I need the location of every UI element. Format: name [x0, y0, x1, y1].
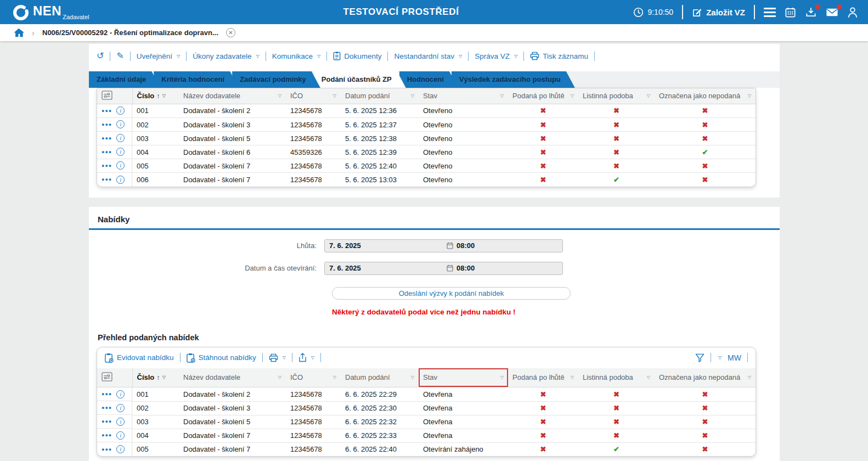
tab-zadavaci-podminky[interactable]: Zadávací podmínky: [232, 71, 320, 88]
menu-uverejneni[interactable]: Uveřejnění▽: [137, 52, 180, 60]
info-icon[interactable]: i: [116, 445, 125, 453]
filter-caret-icon[interactable]: ▽: [571, 93, 574, 98]
col-header-po-lhute[interactable]: Podaná po lhůtě▽: [508, 368, 578, 387]
info-icon[interactable]: i: [116, 148, 125, 156]
col-header-ico[interactable]: IČO▽: [286, 88, 341, 104]
table-row[interactable]: ●●●i005Dodavatel - školení 7123456785. 6…: [97, 159, 756, 173]
create-vz-button[interactable]: Založit VZ: [692, 7, 745, 18]
close-icon[interactable]: ✕: [226, 28, 235, 37]
tab-podani-ucastniku-zp[interactable]: Podání účastníků ZP: [314, 71, 406, 88]
history-icon[interactable]: ↺: [97, 52, 104, 60]
opening-field[interactable]: 7. 6. 2025 08:00: [324, 262, 563, 275]
user-icon[interactable]: [847, 7, 858, 18]
home-icon[interactable]: [13, 27, 24, 38]
filter-caret-icon[interactable]: ▽: [411, 93, 414, 98]
edit-icon[interactable]: ✎: [116, 52, 123, 60]
menu-nestandardni-stav[interactable]: Nestandardní stav▽: [394, 52, 462, 60]
col-header-nazev[interactable]: Název dodavatele▽: [179, 88, 286, 104]
table-row[interactable]: ●●●i003Dodavatel - školení 5123456786. 6…: [97, 415, 756, 429]
info-icon[interactable]: i: [116, 176, 125, 184]
tab-kriteria-hodnoceni[interactable]: Kritéria hodnocení: [154, 71, 239, 88]
filter-caret-icon[interactable]: ▽: [333, 93, 336, 98]
column-settings-header[interactable]: [97, 368, 132, 387]
filter-caret-icon[interactable]: ▽: [647, 93, 650, 98]
tab-zakladni-udaje[interactable]: Základní údaje: [89, 71, 160, 88]
table-row[interactable]: ●●●i002Dodavatel - školení 3123456786. 6…: [97, 401, 756, 415]
column-settings-header[interactable]: [97, 88, 132, 104]
info-icon[interactable]: i: [116, 106, 125, 115]
print-offers-button[interactable]: ▽: [269, 353, 286, 362]
info-icon[interactable]: i: [116, 418, 125, 426]
filter-caret-icon[interactable]: ▽: [500, 93, 504, 98]
filter-caret-icon[interactable]: ▽: [162, 375, 166, 380]
table-row[interactable]: ●●●i003Dodavatel - školení 5123456785. 6…: [97, 132, 756, 145]
calendar-icon[interactable]: [785, 7, 796, 18]
menu-sprava-vz[interactable]: Správa VZ▽: [475, 52, 517, 60]
filter-caret-icon[interactable]: ▽: [162, 93, 166, 98]
deadline-field[interactable]: 7. 6. 2025 08:00: [324, 239, 563, 252]
col-header-listinna[interactable]: Listinná podoba▽: [578, 368, 655, 387]
table-row[interactable]: ●●●i001Dodavatel - školení 2123456785. 6…: [97, 104, 756, 118]
filter-caret-icon[interactable]: ▽: [647, 375, 650, 380]
table-row[interactable]: ●●●i005Dodavatel - školení 7123456786. 6…: [97, 442, 756, 456]
col-header-cislo[interactable]: Číslo↑▽: [132, 368, 179, 387]
mail-icon[interactable]: [826, 7, 838, 18]
table-row[interactable]: ●●●i004Dodavatel - školení 7123456786. 6…: [97, 429, 756, 442]
tab-vysledek-zadavaciho-postupu[interactable]: Výsledek zadávacího postupu: [452, 71, 575, 88]
row-menu-icon[interactable]: ●●●: [102, 419, 112, 424]
filter-caret-icon[interactable]: ▽: [411, 375, 414, 380]
col-header-cislo[interactable]: Číslo↑▽: [132, 88, 179, 104]
col-header-datum[interactable]: Datum podání▽: [341, 368, 419, 387]
row-menu-icon[interactable]: ●●●: [102, 432, 112, 438]
col-header-nazev[interactable]: Název dodavatele▽: [179, 368, 286, 387]
info-icon[interactable]: i: [116, 161, 125, 170]
row-menu-icon[interactable]: ●●●: [102, 108, 112, 114]
info-icon[interactable]: i: [116, 120, 125, 128]
export-button[interactable]: ▽: [298, 353, 314, 362]
col-header-stav[interactable]: Stav▽: [419, 88, 508, 104]
filter-caret-icon[interactable]: ▽: [333, 375, 336, 380]
info-icon[interactable]: i: [116, 390, 125, 398]
mw-toggle[interactable]: MW: [728, 353, 741, 362]
info-icon[interactable]: i: [116, 404, 125, 412]
send-invitation-button[interactable]: Odeslání výzvy k podání nabídek: [332, 287, 571, 300]
col-header-po-lhute[interactable]: Podaná po lhůtě▽: [508, 88, 578, 104]
col-header-ico[interactable]: IČO▽: [286, 368, 341, 387]
menu-komunikace[interactable]: Komunikace▽: [272, 52, 320, 60]
tab-hodnoceni[interactable]: Hodnocení: [399, 71, 458, 88]
menu-dokumenty[interactable]: Dokumenty: [333, 52, 381, 60]
menu-ukony-zadavatele[interactable]: Úkony zadavatele▽: [193, 52, 259, 60]
row-menu-icon[interactable]: ●●●: [102, 149, 112, 155]
table-row[interactable]: ●●●i002Dodavatel - školení 3123456785. 6…: [97, 118, 756, 132]
row-menu-icon[interactable]: ●●●: [102, 391, 112, 397]
filter-caret-icon[interactable]: ▽: [748, 93, 751, 98]
filter-caret-icon[interactable]: ▽: [571, 375, 574, 380]
info-icon[interactable]: i: [116, 431, 125, 440]
table-row[interactable]: ●●●i004Dodavatel - školení 6453593265. 6…: [97, 145, 756, 159]
filter-funnel-icon[interactable]: [695, 353, 704, 362]
table-row[interactable]: ●●●i001Dodavatel - školení 2123456786. 6…: [97, 387, 756, 402]
col-header-stav-highlighted[interactable]: Stav▽: [419, 368, 508, 387]
col-header-nepodana[interactable]: Označena jako nepodaná▽: [655, 368, 756, 387]
menu-tisk-zaznamu[interactable]: Tisk záznamu: [530, 52, 588, 60]
row-menu-icon[interactable]: ●●●: [102, 447, 112, 452]
info-icon[interactable]: i: [116, 134, 125, 142]
row-menu-icon[interactable]: ●●●: [102, 163, 112, 168]
filter-caret-icon[interactable]: ▽: [500, 375, 504, 380]
row-menu-icon[interactable]: ●●●: [102, 405, 112, 411]
breadcrumb-item[interactable]: N006/25/V00005292 - Řešení optimalizace …: [42, 29, 218, 37]
dropdown-caret-icon[interactable]: ▽: [718, 355, 722, 360]
inbox-icon[interactable]: [805, 7, 817, 18]
filter-caret-icon[interactable]: ▽: [278, 93, 281, 98]
col-header-nepodana[interactable]: Označena jako nepodaná▽: [655, 88, 756, 104]
filter-caret-icon[interactable]: ▽: [748, 375, 751, 380]
evidovat-nabidku-button[interactable]: Evidovat nabídku: [105, 353, 174, 363]
col-header-datum[interactable]: Datum podání▽: [341, 88, 419, 104]
menu-icon[interactable]: [764, 8, 776, 17]
row-menu-icon[interactable]: ●●●: [102, 136, 112, 141]
row-menu-icon[interactable]: ●●●: [102, 122, 112, 127]
table-row[interactable]: ●●●i006Dodavatel - školení 7123456785. 6…: [97, 173, 756, 187]
stahnout-nabidky-button[interactable]: Stáhnout nabídky: [187, 353, 256, 363]
col-header-listinna[interactable]: Listinná podoba▽: [578, 88, 655, 104]
row-menu-icon[interactable]: ●●●: [102, 177, 112, 182]
